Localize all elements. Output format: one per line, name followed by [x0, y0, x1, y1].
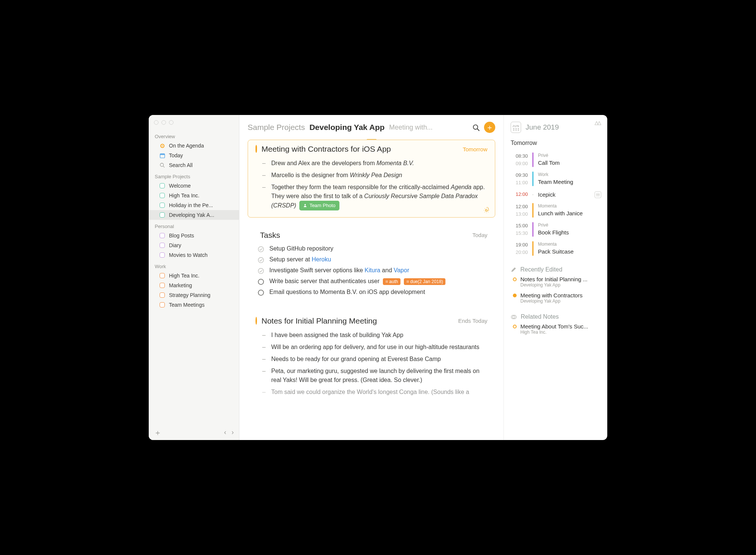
- note-date[interactable]: Ends Today: [458, 318, 487, 324]
- event-row[interactable]: 12:00·Icepick: [511, 188, 601, 201]
- panel-note-link[interactable]: Notes for Initial Planning ...Developing…: [511, 273, 601, 289]
- zoom-icon[interactable]: [169, 120, 173, 125]
- minimize-icon[interactable]: [161, 120, 166, 125]
- sidebar: Overview On the Agenda Today Search All …: [149, 115, 239, 440]
- calendar-header[interactable]: JUN June 2019: [511, 122, 601, 133]
- event-row[interactable]: 12:0013:00MomentaLunch with Janice: [511, 201, 601, 220]
- panel-note-link[interactable]: Meeting About Tom's Suc...High Tea Inc.: [511, 320, 601, 336]
- agenda-icon: [159, 143, 165, 149]
- sidebar-item-blog-posts[interactable]: Blog Posts: [149, 231, 239, 240]
- checkbox-checked-icon[interactable]: [258, 257, 264, 263]
- checkbox-checked-icon[interactable]: [258, 246, 264, 252]
- sidebar-item-diary[interactable]: Diary: [149, 240, 239, 250]
- project-icon: [159, 273, 165, 279]
- note-body: –Drew and Alex are the developers from M…: [255, 154, 487, 212]
- calendar-icon: JUN: [511, 122, 521, 133]
- note-date[interactable]: Today: [472, 232, 487, 238]
- event-row[interactable]: 08:3009:00PrivéCall Tom: [511, 150, 601, 169]
- header: Sample Projects Developing Yak App Meeti…: [239, 115, 504, 138]
- right-panel: JUN June 2019 Tomorrow 08:3009:00PrivéCa…: [504, 115, 607, 440]
- sidebar-item-marketing[interactable]: Marketing: [149, 280, 239, 290]
- link[interactable]: Kitura: [365, 267, 380, 273]
- project-icon: [159, 252, 165, 258]
- sidebar-item-high-tea[interactable]: High Tea Inc.: [149, 191, 239, 200]
- calendar-month: June 2019: [526, 123, 559, 131]
- tag-pill[interactable]: ⌗ auth: [383, 278, 401, 285]
- add-note-button[interactable]: ＋: [484, 122, 495, 133]
- search-icon: [159, 162, 165, 168]
- sidebar-item-work-high-tea[interactable]: High Tea Inc.: [149, 271, 239, 280]
- sidebar-section-sample-projects: Sample Projects: [149, 170, 239, 181]
- search-button[interactable]: [472, 124, 480, 131]
- sidebar-item-strategy[interactable]: Strategy Planning: [149, 290, 239, 300]
- close-icon[interactable]: [154, 120, 158, 125]
- checkbox-unchecked-icon[interactable]: [258, 289, 264, 296]
- sidebar-item-holiday[interactable]: Holiday in the Pe...: [149, 200, 239, 210]
- agenda-dot-icon: [255, 146, 257, 152]
- svg-point-9: [258, 257, 263, 263]
- sidebar-item-search-all[interactable]: Search All: [149, 160, 239, 170]
- note-settings-button[interactable]: [483, 207, 490, 213]
- svg-point-12: [258, 290, 263, 295]
- sidebar-footer: ＋ ‹ ›: [149, 425, 239, 440]
- task-row: Write basic server that authenticates us…: [255, 276, 487, 287]
- event-row[interactable]: 09:3011:00WorkTeam Meeting: [511, 169, 601, 188]
- note-card-initial-planning[interactable]: Notes for Initial Planning Meeting Ends …: [248, 312, 495, 404]
- panel-note-link[interactable]: Meeting with ContractorsDeveloping Yak A…: [511, 289, 601, 305]
- note-badge-icon: [595, 191, 601, 198]
- nav-back-button[interactable]: ‹: [224, 428, 226, 436]
- sidebar-section-work: Work: [149, 260, 239, 271]
- note-title: Tasks: [260, 231, 468, 240]
- note-date[interactable]: Tomorrow: [463, 146, 487, 152]
- event-row[interactable]: 19:0020:00MomentaPack Suitcase: [511, 239, 601, 258]
- panel-toggle-icon[interactable]: [595, 120, 601, 125]
- project-icon: [159, 242, 165, 248]
- tag-pill[interactable]: ⌗ due(2 Jan 2018): [404, 278, 446, 285]
- app-window: Overview On the Agenda Today Search All …: [149, 115, 607, 440]
- team-photo-pill[interactable]: Team Photo: [299, 201, 339, 210]
- breadcrumb-sub[interactable]: Meeting with...: [389, 124, 433, 131]
- calendar-today-icon: [159, 152, 165, 158]
- recently-edited-section: Recently Edited Notes for Initial Planni…: [511, 266, 601, 305]
- nav-forward-button[interactable]: ›: [232, 428, 234, 436]
- checkbox-checked-icon[interactable]: [258, 268, 264, 274]
- link[interactable]: Heroku: [312, 256, 331, 263]
- project-icon: [159, 202, 165, 208]
- window-controls[interactable]: [149, 119, 239, 130]
- note-body: Setup GitHub repository Setup server at …: [255, 240, 487, 298]
- task-row: Setup server at Heroku: [255, 254, 487, 265]
- svg-line-5: [477, 129, 479, 131]
- svg-point-10: [258, 268, 263, 273]
- svg-point-6: [305, 204, 306, 206]
- project-icon: [159, 302, 165, 308]
- add-project-button[interactable]: ＋: [154, 429, 161, 436]
- sidebar-item-movies[interactable]: Movies to Watch: [149, 250, 239, 260]
- sidebar-item-developing-yak[interactable]: Developing Yak A...: [149, 210, 239, 220]
- sidebar-item-on-the-agenda[interactable]: On the Agenda: [149, 141, 239, 151]
- related-notes-section: Related Notes Meeting About Tom's Suc...…: [511, 313, 601, 336]
- sidebar-section-overview: Overview: [149, 130, 239, 141]
- note-title: Notes for Initial Planning Meeting: [261, 316, 454, 325]
- venn-icon: [511, 314, 517, 320]
- events-day-label: Tomorrow: [511, 138, 601, 150]
- svg-point-7: [486, 209, 487, 211]
- person-icon: [303, 203, 307, 207]
- project-icon: [159, 282, 165, 288]
- project-icon: [159, 192, 165, 198]
- breadcrumb-project[interactable]: Sample Projects: [248, 123, 305, 132]
- project-icon: [159, 183, 165, 189]
- breadcrumb-note[interactable]: Developing Yak App: [309, 123, 385, 132]
- project-icon: [159, 233, 165, 239]
- event-row[interactable]: 15:0015:30PrivéBook Flights: [511, 220, 601, 239]
- note-body: –I have been assigned the task of buildi…: [255, 325, 487, 398]
- note-card-meeting-contractors[interactable]: Meeting with Contractors for iOS App Tom…: [248, 140, 495, 218]
- link[interactable]: Vapor: [394, 267, 409, 273]
- sidebar-item-welcome[interactable]: Welcome: [149, 181, 239, 191]
- pencil-icon: [511, 267, 517, 273]
- note-card-tasks[interactable]: Tasks Today Setup GitHub repository Setu…: [248, 226, 495, 303]
- sidebar-item-team-meetings[interactable]: Team Meetings: [149, 300, 239, 310]
- checkbox-unchecked-icon[interactable]: [258, 279, 264, 285]
- agenda-dot-icon: [255, 318, 257, 324]
- svg-point-2: [160, 163, 164, 167]
- sidebar-item-today[interactable]: Today: [149, 151, 239, 160]
